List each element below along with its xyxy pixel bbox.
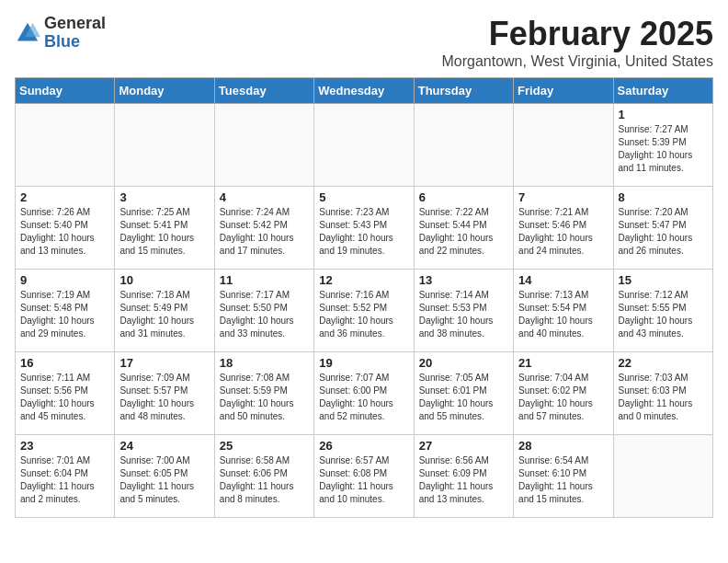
- day-info: Sunrise: 6:58 AM Sunset: 6:06 PM Dayligh…: [220, 454, 309, 506]
- calendar-cell: 7Sunrise: 7:21 AM Sunset: 5:46 PM Daylig…: [514, 187, 613, 270]
- day-info: Sunrise: 7:16 AM Sunset: 5:52 PM Dayligh…: [319, 289, 408, 340]
- calendar-cell: 14Sunrise: 7:13 AM Sunset: 5:54 PM Dayli…: [514, 270, 613, 352]
- day-info: Sunrise: 7:05 AM Sunset: 6:01 PM Dayligh…: [419, 372, 508, 423]
- day-info: Sunrise: 7:00 AM Sunset: 6:05 PM Dayligh…: [119, 454, 209, 506]
- calendar-cell: 25Sunrise: 6:58 AM Sunset: 6:06 PM Dayli…: [214, 435, 313, 518]
- calendar-cell: 17Sunrise: 7:09 AM Sunset: 5:57 PM Dayli…: [115, 352, 214, 435]
- logo-blue: Blue: [44, 32, 80, 51]
- calendar-cell: [16, 104, 115, 187]
- calendar-cell: [514, 104, 613, 187]
- day-info: Sunrise: 7:08 AM Sunset: 5:59 PM Dayligh…: [220, 372, 309, 423]
- day-number: 9: [20, 273, 109, 287]
- weekday-header-thursday: Thursday: [414, 78, 513, 104]
- day-number: 8: [619, 190, 708, 204]
- calendar-cell: [414, 104, 513, 187]
- week-row-2: 2Sunrise: 7:26 AM Sunset: 5:40 PM Daylig…: [16, 187, 713, 270]
- weekday-header-sunday: Sunday: [16, 78, 115, 104]
- day-info: Sunrise: 7:21 AM Sunset: 5:46 PM Dayligh…: [518, 206, 608, 258]
- weekday-header-saturday: Saturday: [613, 78, 712, 104]
- day-info: Sunrise: 7:13 AM Sunset: 5:54 PM Dayligh…: [518, 289, 608, 340]
- location-title: Morgantown, West Virginia, United States: [441, 53, 713, 70]
- calendar-cell: 27Sunrise: 6:56 AM Sunset: 6:09 PM Dayli…: [414, 435, 513, 518]
- day-number: 14: [518, 273, 608, 287]
- day-info: Sunrise: 7:14 AM Sunset: 5:53 PM Dayligh…: [419, 289, 508, 340]
- weekday-header-row: SundayMondayTuesdayWednesdayThursdayFrid…: [16, 78, 713, 104]
- week-row-1: 1Sunrise: 7:27 AM Sunset: 5:39 PM Daylig…: [16, 104, 713, 187]
- day-number: 2: [20, 190, 109, 204]
- calendar: SundayMondayTuesdayWednesdayThursdayFrid…: [15, 77, 713, 518]
- day-number: 23: [20, 439, 109, 453]
- week-row-3: 9Sunrise: 7:19 AM Sunset: 5:48 PM Daylig…: [16, 270, 713, 352]
- day-number: 24: [119, 439, 209, 453]
- day-info: Sunrise: 6:57 AM Sunset: 6:08 PM Dayligh…: [319, 454, 408, 506]
- day-info: Sunrise: 7:12 AM Sunset: 5:55 PM Dayligh…: [619, 289, 708, 340]
- calendar-cell: 16Sunrise: 7:11 AM Sunset: 5:56 PM Dayli…: [16, 352, 115, 435]
- weekday-header-wednesday: Wednesday: [314, 78, 414, 104]
- day-number: 19: [319, 356, 408, 370]
- week-row-4: 16Sunrise: 7:11 AM Sunset: 5:56 PM Dayli…: [16, 352, 713, 435]
- day-info: Sunrise: 7:20 AM Sunset: 5:47 PM Dayligh…: [619, 206, 708, 258]
- calendar-cell: 2Sunrise: 7:26 AM Sunset: 5:40 PM Daylig…: [16, 187, 115, 270]
- day-info: Sunrise: 7:04 AM Sunset: 6:02 PM Dayligh…: [518, 372, 608, 423]
- weekday-header-tuesday: Tuesday: [214, 78, 313, 104]
- calendar-cell: [115, 104, 214, 187]
- day-info: Sunrise: 7:07 AM Sunset: 6:00 PM Dayligh…: [319, 372, 408, 423]
- day-number: 4: [220, 190, 309, 204]
- day-number: 20: [419, 356, 508, 370]
- day-info: Sunrise: 7:11 AM Sunset: 5:56 PM Dayligh…: [20, 372, 109, 423]
- calendar-cell: 26Sunrise: 6:57 AM Sunset: 6:08 PM Dayli…: [314, 435, 414, 518]
- weekday-header-friday: Friday: [514, 78, 613, 104]
- calendar-cell: 5Sunrise: 7:23 AM Sunset: 5:43 PM Daylig…: [314, 187, 414, 270]
- month-title: February 2025: [441, 15, 713, 53]
- day-number: 25: [220, 439, 309, 453]
- logo-text: General Blue: [44, 15, 106, 52]
- day-info: Sunrise: 7:18 AM Sunset: 5:49 PM Dayligh…: [119, 289, 209, 340]
- day-number: 15: [619, 273, 708, 287]
- day-info: Sunrise: 7:19 AM Sunset: 5:48 PM Dayligh…: [20, 289, 109, 340]
- calendar-cell: [214, 104, 313, 187]
- calendar-cell: 8Sunrise: 7:20 AM Sunset: 5:47 PM Daylig…: [613, 187, 712, 270]
- calendar-cell: 6Sunrise: 7:22 AM Sunset: 5:44 PM Daylig…: [414, 187, 513, 270]
- day-number: 28: [518, 439, 608, 453]
- day-number: 18: [220, 356, 309, 370]
- day-number: 5: [319, 190, 408, 204]
- day-info: Sunrise: 7:26 AM Sunset: 5:40 PM Dayligh…: [20, 206, 109, 258]
- logo-general: General: [44, 14, 106, 32]
- day-number: 21: [518, 356, 608, 370]
- calendar-cell: [613, 435, 712, 518]
- calendar-cell: 13Sunrise: 7:14 AM Sunset: 5:53 PM Dayli…: [414, 270, 513, 352]
- day-info: Sunrise: 7:25 AM Sunset: 5:41 PM Dayligh…: [119, 206, 209, 258]
- day-number: 16: [20, 356, 109, 370]
- day-number: 3: [119, 190, 209, 204]
- calendar-cell: [314, 104, 414, 187]
- day-number: 6: [419, 190, 508, 204]
- day-number: 7: [518, 190, 608, 204]
- calendar-cell: 4Sunrise: 7:24 AM Sunset: 5:42 PM Daylig…: [214, 187, 313, 270]
- logo-icon: [15, 20, 40, 46]
- day-info: Sunrise: 6:56 AM Sunset: 6:09 PM Dayligh…: [419, 454, 508, 506]
- weekday-header-monday: Monday: [115, 78, 214, 104]
- calendar-cell: 12Sunrise: 7:16 AM Sunset: 5:52 PM Dayli…: [314, 270, 414, 352]
- day-info: Sunrise: 7:01 AM Sunset: 6:04 PM Dayligh…: [20, 454, 109, 506]
- logo: General Blue: [15, 15, 106, 52]
- week-row-5: 23Sunrise: 7:01 AM Sunset: 6:04 PM Dayli…: [16, 435, 713, 518]
- day-number: 26: [319, 439, 408, 453]
- calendar-cell: 1Sunrise: 7:27 AM Sunset: 5:39 PM Daylig…: [613, 104, 712, 187]
- day-info: Sunrise: 6:54 AM Sunset: 6:10 PM Dayligh…: [518, 454, 608, 506]
- page-header: General Blue February 2025 Morgantown, W…: [15, 15, 713, 70]
- day-number: 13: [419, 273, 508, 287]
- calendar-cell: 19Sunrise: 7:07 AM Sunset: 6:00 PM Dayli…: [314, 352, 414, 435]
- day-number: 27: [419, 439, 508, 453]
- calendar-cell: 15Sunrise: 7:12 AM Sunset: 5:55 PM Dayli…: [613, 270, 712, 352]
- calendar-cell: 3Sunrise: 7:25 AM Sunset: 5:41 PM Daylig…: [115, 187, 214, 270]
- calendar-cell: 9Sunrise: 7:19 AM Sunset: 5:48 PM Daylig…: [16, 270, 115, 352]
- day-info: Sunrise: 7:09 AM Sunset: 5:57 PM Dayligh…: [119, 372, 209, 423]
- day-number: 1: [619, 108, 708, 121]
- day-number: 22: [619, 356, 708, 370]
- calendar-cell: 18Sunrise: 7:08 AM Sunset: 5:59 PM Dayli…: [214, 352, 313, 435]
- day-number: 11: [220, 273, 309, 287]
- calendar-cell: 28Sunrise: 6:54 AM Sunset: 6:10 PM Dayli…: [514, 435, 613, 518]
- title-area: February 2025 Morgantown, West Virginia,…: [441, 15, 713, 70]
- day-info: Sunrise: 7:22 AM Sunset: 5:44 PM Dayligh…: [419, 206, 508, 258]
- day-number: 10: [119, 273, 209, 287]
